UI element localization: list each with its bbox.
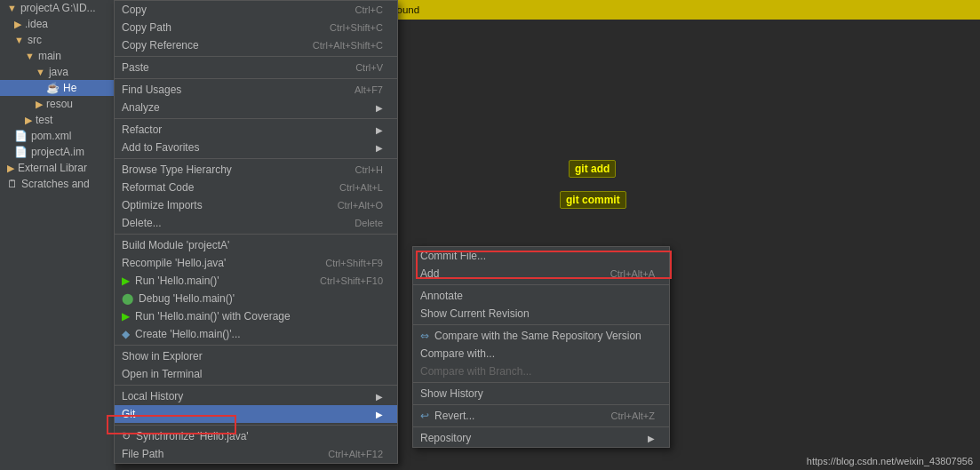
git-menu-label-show-history: Show History — [420, 387, 483, 400]
compare-icon: ⇔ — [420, 330, 429, 342]
menu-item-delete[interactable]: Delete... Delete — [115, 214, 397, 232]
menu-item-git[interactable]: Git ▶ — [115, 405, 397, 423]
menu-item-run-coverage[interactable]: ▶ Run 'Hello.main()' with Coverage — [115, 307, 397, 325]
menu-item-file-path[interactable]: File Path Ctrl+Alt+F12 — [115, 445, 397, 463]
git-menu-label-commit-file: Commit File... — [420, 250, 486, 262]
context-menu: Copy Ctrl+C Copy Path Ctrl+Shift+C Copy … — [114, 0, 398, 464]
menu-label-refactor: Refactor — [122, 123, 162, 136]
menu-item-run[interactable]: ▶ Run 'Hello.main()' Ctrl+Shift+F10 — [115, 272, 397, 290]
git-add-label: git add — [569, 160, 616, 178]
menu-shortcut-paste: Ctrl+V — [355, 62, 383, 73]
separator-8 — [115, 425, 397, 426]
git-menu-item-compare-repo[interactable]: ⇔ Compare with the Same Repository Versi… — [413, 327, 669, 345]
git-menu-label-add: Add — [420, 267, 439, 280]
sidebar-label-external-libs: External Librar — [18, 162, 87, 174]
git-menu-item-show-history[interactable]: Show History — [413, 385, 669, 402]
separator-6 — [115, 345, 397, 346]
separator-3 — [115, 118, 397, 119]
sidebar-item-main[interactable]: ▼ main — [0, 48, 116, 64]
menu-item-local-history[interactable]: Local History ▶ — [115, 387, 397, 405]
menu-item-copy-path[interactable]: Copy Path Ctrl+Shift+C — [115, 19, 397, 36]
folder-icon: ▼ — [7, 3, 17, 13]
menu-shortcut-find-usages: Alt+F7 — [355, 84, 383, 95]
sidebar-item-hello[interactable]: ☕ He — [0, 80, 116, 96]
git-menu-label-compare-branch: Compare with Branch... — [420, 365, 531, 378]
menu-label-copy: Copy — [122, 4, 147, 16]
submenu-arrow-analyze: ▶ — [376, 103, 383, 113]
sidebar-item-test[interactable]: ▶ test — [0, 112, 116, 128]
git-menu-item-repository[interactable]: Repository ▶ — [413, 429, 669, 447]
git-menu-item-revert[interactable]: ↩ Revert... Ctrl+Alt+Z — [413, 407, 669, 425]
git-separator-3 — [413, 382, 669, 383]
sidebar-label-hello: He — [63, 82, 76, 94]
git-submenu: Commit File... Add Ctrl+Alt+A Annotate S… — [412, 246, 670, 448]
menu-item-recompile[interactable]: Recompile 'Hello.java' Ctrl+Shift+F9 — [115, 254, 397, 272]
menu-shortcut-file-path: Ctrl+Alt+F12 — [328, 449, 383, 459]
sidebar-item-pom[interactable]: 📄 pom.xml — [0, 128, 116, 144]
menu-item-browse-hierarchy[interactable]: Browse Type Hierarchy Ctrl+H — [115, 161, 397, 179]
sidebar-label-src: src — [28, 34, 42, 46]
sidebar-item-projecta-iml[interactable]: 📄 projectA.im — [0, 144, 116, 160]
menu-label-reformat: Reformat Code — [122, 181, 194, 194]
menu-item-reformat[interactable]: Reformat Code Ctrl+Alt+L — [115, 179, 397, 196]
git-menu-item-show-revision[interactable]: Show Current Revision — [413, 305, 669, 323]
sidebar-item-idea[interactable]: ▶ .idea — [0, 16, 116, 32]
menu-label-synchronize: ↻ Synchronize 'Hello.java' — [122, 430, 249, 442]
revert-icon: ↩ — [420, 410, 429, 422]
sidebar-item-scratches[interactable]: 🗒 Scratches and — [0, 176, 116, 192]
menu-item-open-in-terminal[interactable]: Open in Terminal — [115, 365, 397, 383]
sidebar-item-resou[interactable]: ▶ resou — [0, 96, 116, 112]
menu-item-synchronize[interactable]: ↻ Synchronize 'Hello.java' — [115, 427, 397, 445]
git-menu-shortcut-add: Ctrl+Alt+A — [610, 268, 655, 279]
sidebar-item-project[interactable]: ▼ projectA G:\ID... — [0, 0, 116, 16]
menu-item-debug[interactable]: ⬤ Debug 'Hello.main()' — [115, 290, 397, 307]
submenu-arrow-local-history: ▶ — [376, 392, 383, 402]
menu-item-show-in-explorer[interactable]: Show in Explorer — [115, 347, 397, 365]
submenu-arrow-favorites: ▶ — [376, 143, 383, 153]
menu-item-analyze[interactable]: Analyze ▶ — [115, 99, 397, 116]
project-sidebar: ▼ projectA G:\ID... ▶ .idea ▼ src ▼ main… — [0, 0, 116, 470]
sidebar-label-main: main — [38, 50, 61, 62]
debug-icon: ⬤ — [122, 292, 133, 305]
menu-item-build-module[interactable]: Build Module 'projectA' — [115, 236, 397, 254]
folder-icon: ▶ — [25, 115, 32, 126]
sidebar-item-java[interactable]: ▼ java — [0, 64, 116, 80]
menu-label-file-path: File Path — [122, 448, 163, 460]
sync-icon: ↻ — [122, 430, 131, 442]
coverage-icon: ▶ — [122, 310, 130, 323]
menu-shortcut-optimize-imports: Ctrl+Alt+O — [338, 200, 383, 211]
menu-item-add-to-favorites[interactable]: Add to Favorites ▶ — [115, 139, 397, 156]
sidebar-item-src[interactable]: ▼ src — [0, 32, 116, 48]
git-separator-5 — [413, 426, 669, 427]
menu-item-create[interactable]: ◆ Create 'Hello.main()'... — [115, 325, 397, 343]
menu-label-copy-reference: Copy Reference — [122, 39, 199, 52]
menu-item-find-usages[interactable]: Find Usages Alt+F7 — [115, 81, 397, 99]
menu-shortcut-reformat: Ctrl+Alt+L — [339, 182, 383, 193]
menu-label-delete: Delete... — [122, 217, 162, 229]
menu-item-copy-reference[interactable]: Copy Reference Ctrl+Alt+Shift+C — [115, 36, 397, 54]
sidebar-item-external-libs[interactable]: ▶ External Librar — [0, 160, 116, 176]
menu-item-paste[interactable]: Paste Ctrl+V — [115, 59, 397, 76]
menu-item-refactor[interactable]: Refactor ▶ — [115, 121, 397, 139]
git-menu-item-commit-file[interactable]: Commit File... — [413, 247, 669, 265]
git-menu-item-compare-branch[interactable]: Compare with Branch... — [413, 362, 669, 380]
git-menu-label-compare-with: Compare with... — [420, 347, 495, 360]
menu-shortcut-copy-path: Ctrl+Shift+C — [330, 22, 383, 33]
menu-label-run-coverage: ▶ Run 'Hello.main()' with Coverage — [122, 310, 291, 323]
menu-item-copy[interactable]: Copy Ctrl+C — [115, 1, 397, 19]
sidebar-label-project: projectA G:\ID... — [20, 2, 96, 14]
submenu-arrow-repository: ▶ — [648, 434, 655, 443]
folder-icon: ▶ — [36, 99, 43, 110]
git-menu-item-annotate[interactable]: Annotate — [413, 287, 669, 305]
menu-item-optimize-imports[interactable]: Optimize Imports Ctrl+Alt+O — [115, 196, 397, 214]
java-file-icon: ☕ — [46, 82, 60, 94]
git-menu-item-compare-with[interactable]: Compare with... — [413, 345, 669, 362]
git-menu-item-add[interactable]: Add Ctrl+Alt+A — [413, 265, 669, 283]
git-separator-4 — [413, 404, 669, 405]
menu-label-run: ▶ Run 'Hello.main()' — [122, 275, 219, 287]
create-icon: ◆ — [122, 328, 130, 340]
menu-label-git: Git — [122, 408, 135, 420]
sidebar-label-pom: pom.xml — [31, 130, 71, 142]
separator-4 — [115, 158, 397, 159]
menu-shortcut-copy-reference: Ctrl+Alt+Shift+C — [313, 40, 383, 51]
